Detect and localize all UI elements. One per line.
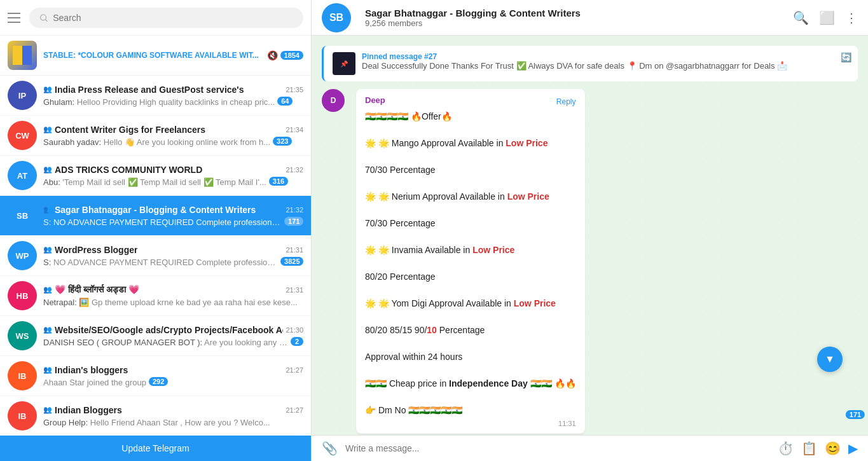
chat-item-wordpress[interactable]: WP 👥 WordPress Blogger 21:31 S: NO ADVAN… (0, 236, 311, 276)
chat-avatar-indian-bloggers2: IB (8, 401, 37, 430)
hamburger-menu[interactable] (8, 10, 23, 25)
sidebar-header (0, 0, 311, 36)
chat-item-india-press[interactable]: IP 👥 India Press Release and GuestPost s… (0, 76, 311, 116)
chat-item-hindi-bloggers[interactable]: HB 👥 💗 हिंदी ब्लॉगर्स अड्डा 💗 21:31 Netr… (0, 276, 311, 316)
chat-header-name: Sagar Bhatnaggar - Blogging & Content Wr… (365, 8, 793, 18)
chat-preview-website-seo: DANISH SEO ( GROUP MANAGER BOT ): Are yo… (43, 338, 288, 347)
pinned-message[interactable]: 📌 Pinned message #27 Deal Successfully D… (322, 46, 858, 81)
chat-avatar-hindi-bloggers: HB (8, 281, 37, 310)
emoji-icon[interactable]: 😊 (825, 441, 841, 456)
timer-icon[interactable]: ⏱️ (778, 441, 794, 456)
group-icon: 👥 (43, 85, 52, 93)
bot-command-icon[interactable]: 📋 (801, 441, 817, 456)
attach-icon[interactable]: 📎 (322, 441, 338, 456)
message-input[interactable] (345, 443, 770, 453)
chat-content-sagar: 👥 Sagar Bhatnaggar - Blogging & Content … (43, 205, 303, 227)
chat-item-indian-bloggers[interactable]: IB 👥 Indian's bloggers 21:27 Ahaan Star … (0, 356, 311, 396)
muted-icon: 🔇 (267, 50, 278, 60)
chat-avatar-website-seo: WS (8, 321, 37, 350)
chat-name-ads-tricks: 👥 ADS TRICKS COMMUNITY WORLD (43, 165, 202, 175)
search-icon (39, 13, 48, 22)
chat-preview-hindi-bloggers: Netrapal: 🖼️ Gp theme upload krne ke bad… (43, 298, 298, 307)
chat-avatar-indian-bloggers: IB (8, 361, 37, 390)
preview-sender: Group Help: (43, 418, 88, 427)
chat-content-wordpress: 👥 WordPress Blogger 21:31 S: NO ADVANCE … (43, 245, 303, 267)
search-bar[interactable] (29, 8, 303, 28)
send-icon[interactable]: ▶ (848, 441, 858, 456)
chat-avatar: SB (322, 3, 351, 32)
chat-time-ads-tricks: 21:32 (286, 166, 303, 174)
search-input[interactable] (53, 13, 293, 23)
chat-header: SB Sagar Bhatnaggar - Blogging & Content… (312, 0, 868, 36)
chat-item-website-seo[interactable]: WS 👥 Website/SEO/Google ads/Crypto Proje… (0, 316, 311, 356)
chat-avatar-sagar: SB (8, 201, 37, 230)
chat-item-indian-bloggers2[interactable]: IB 👥 Indian Bloggers 21:27 Group Help: H… (0, 396, 311, 436)
preview-sender: S: (43, 258, 51, 267)
group-icon: 👥 (43, 125, 52, 134)
chat-avatar-wordpress: WP (8, 241, 37, 270)
chat-preview-indian-bloggers: Ahaan Star joined the group (43, 378, 146, 387)
msg-time-deep: 11:31 (365, 420, 576, 427)
chat-preview-content-writer: Saurabh yadav: Hello 👋 Are you looking o… (43, 137, 270, 147)
message-row-deep: D Deep Reply 🇮🇳🇮🇳🇮🇳🇮🇳 🔥Offer🔥 🌟 🌟 Mango … (322, 89, 858, 434)
svg-rect-3 (22, 46, 32, 65)
chat-content-indian-bloggers2: 👥 Indian Bloggers 21:27 Group Help: Hell… (43, 405, 303, 427)
group-icon: 👥 (43, 286, 52, 294)
chat-item-ads-tricks[interactable]: AT 👥 ADS TRICKS COMMUNITY WORLD 21:32 Ab… (0, 156, 311, 196)
stable-text: STABLE: *COLOUR GAMING SOFTWARE AVAILABL… (43, 51, 259, 60)
unread-badge-indian-bloggers: 292 (149, 377, 168, 386)
chat-avatar-ads-tricks: AT (8, 161, 37, 190)
unread-badge-ads-tricks: 316 (269, 177, 288, 186)
chat-name-website-seo: 👥 Website/SEO/Google ads/Crypto Projects… (43, 325, 283, 335)
chat-header-members: 9,256 members (365, 18, 793, 28)
group-icon: 👥 (43, 366, 52, 374)
chat-item-content-writer[interactable]: CW 👥 Content Writer Gigs for Freelancers… (0, 116, 311, 156)
input-area: 📎 ⏱️ 📋 😊 ▶ (312, 435, 868, 461)
chat-preview-indian-bloggers2: Group Help: Hello Friend Ahaan Star , Ho… (43, 418, 270, 427)
group-icon: 👥 (43, 245, 52, 254)
update-telegram-button[interactable]: Update Telegram (0, 436, 311, 461)
search-header-icon[interactable]: 🔍 (793, 10, 809, 25)
chat-header-info: Sagar Bhatnaggar - Blogging & Content Wr… (365, 8, 793, 28)
chat-time-content-writer: 21:34 (286, 126, 303, 134)
unread-badge-content-writer: 323 (273, 137, 292, 146)
chat-preview-wordpress: S: NO ADVANCE PAYMENT REQUIRED Complete … (43, 258, 278, 267)
columns-icon[interactable]: ⬜ (819, 10, 835, 25)
preview-sender: S: (43, 217, 51, 227)
chat-time-india-press: 21:35 (286, 86, 303, 93)
chat-preview-india-press: Ghulam: Helloo Providing High quality ba… (43, 97, 275, 107)
avatar-deep: D (322, 89, 345, 112)
stable-content: STABLE: *COLOUR GAMING SOFTWARE AVAILABL… (43, 50, 303, 60)
scroll-to-bottom-button[interactable]: ▼ (817, 347, 843, 372)
pin-content: Deal Successfully Done Thanks For Trust … (362, 61, 849, 71)
chat-name-sagar: 👥 Sagar Bhatnaggar - Blogging & Content … (43, 205, 256, 215)
unread-badge-wordpress: 3825 (280, 257, 303, 266)
sidebar: STABLE: *COLOUR GAMING SOFTWARE AVAILABL… (0, 0, 312, 461)
messages-area: 📌 Pinned message #27 Deal Successfully D… (312, 36, 868, 435)
more-options-icon[interactable]: ⋮ (845, 10, 858, 25)
message-bubble-deep: Deep Reply 🇮🇳🇮🇳🇮🇳🇮🇳 🔥Offer🔥 🌟 🌟 Mango Ap… (356, 89, 585, 434)
chat-avatar-content-writer: CW (8, 121, 37, 150)
unread-badge-india-press: 64 (277, 97, 293, 106)
chat-list: IP 👥 India Press Release and GuestPost s… (0, 76, 311, 436)
chat-item-sagar[interactable]: SB 👥 Sagar Bhatnaggar - Blogging & Conte… (0, 196, 311, 236)
chat-content-indian-bloggers: 👥 Indian's bloggers 21:27 Ahaan Star joi… (43, 365, 303, 387)
chat-content-hindi-bloggers: 👥 💗 हिंदी ब्लॉगर्स अड्डा 💗 21:31 Netrapa… (43, 284, 303, 307)
pin-thumb: 📌 (333, 52, 355, 75)
chat-time-website-seo: 21:30 (286, 326, 303, 334)
chat-preview-sagar: S: NO ADVANCE PAYMENT REQUIRED Complete … (43, 217, 282, 227)
chat-content-content-writer: 👥 Content Writer Gigs for Freelancers 21… (43, 125, 303, 147)
msg-text-deep: 🇮🇳🇮🇳🇮🇳🇮🇳 🔥Offer🔥 🌟 🌟 Mango Approval Avai… (365, 110, 576, 417)
stable-banner[interactable]: STABLE: *COLOUR GAMING SOFTWARE AVAILABL… (0, 36, 311, 76)
header-icons: 🔍 ⬜ ⋮ (793, 10, 858, 25)
preview-sender: Ghulam: (43, 97, 74, 107)
preview-sender: Saurabh yadav: (43, 137, 101, 147)
reply-button[interactable]: Reply (556, 97, 576, 106)
pin-refresh-icon[interactable]: 🔄 (841, 52, 851, 62)
scroll-unread-count: 171 (846, 410, 865, 419)
chat-name-indian-bloggers2: 👥 Indian Bloggers (43, 405, 122, 415)
chat-name-india-press: 👥 India Press Release and GuestPost serv… (43, 85, 244, 95)
group-icon: 👥 (43, 165, 52, 174)
chat-time-sagar: 21:32 (286, 206, 303, 214)
chat-panel: SB Sagar Bhatnaggar - Blogging & Content… (312, 0, 868, 461)
